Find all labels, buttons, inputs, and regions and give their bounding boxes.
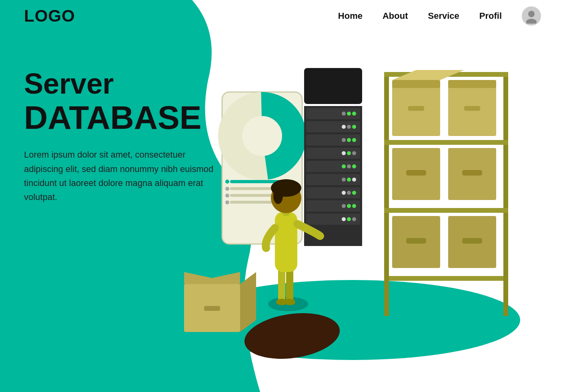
svg-rect-62 [384,72,389,280]
svg-point-37 [352,178,356,182]
svg-point-11 [225,187,229,191]
svg-rect-54 [286,268,293,302]
svg-rect-48 [306,214,360,225]
user-avatar[interactable] [522,6,541,26]
svg-rect-75 [464,106,480,111]
svg-point-50 [347,217,351,221]
dot-3[interactable] [62,356,74,368]
svg-rect-40 [306,187,360,198]
svg-rect-57 [275,212,297,272]
dot-1[interactable] [24,356,36,368]
svg-rect-32 [306,161,360,172]
svg-point-38 [347,178,351,182]
svg-point-23 [342,125,346,129]
navbar: LOGO Home About Service Profil [0,0,565,32]
svg-point-34 [347,164,351,168]
svg-point-0 [528,11,535,17]
svg-point-41 [352,191,356,195]
svg-rect-72 [408,106,424,111]
svg-point-39 [342,178,346,182]
svg-point-27 [342,138,346,142]
svg-rect-63 [503,72,508,280]
svg-rect-36 [306,174,360,185]
svg-rect-67 [384,276,508,281]
svg-point-35 [342,164,346,168]
svg-rect-83 [462,238,482,244]
nav-service[interactable]: Service [428,11,459,21]
svg-point-45 [352,204,356,208]
svg-rect-20 [306,121,360,132]
svg-point-46 [347,204,351,208]
svg-point-13 [225,200,229,204]
svg-rect-71 [392,80,440,88]
nav-links: Home About Service Profil [338,6,541,26]
svg-point-43 [342,191,346,195]
svg-rect-24 [306,134,360,146]
svg-point-61 [273,188,283,204]
svg-point-56 [284,299,295,305]
storage-shelf [384,70,508,316]
svg-point-29 [352,151,356,155]
svg-point-33 [352,164,356,168]
svg-rect-77 [406,170,426,176]
svg-rect-69 [503,276,508,316]
svg-rect-65 [384,140,508,145]
nav-about[interactable]: About [383,11,408,21]
svg-point-30 [347,151,351,155]
svg-rect-16 [306,108,360,119]
svg-point-42 [347,191,351,195]
svg-rect-44 [306,200,360,212]
svg-point-1 [526,19,537,24]
svg-point-26 [347,138,351,142]
svg-point-31 [342,151,346,155]
svg-point-47 [342,204,346,208]
server-rack [304,68,362,246]
svg-rect-9 [230,201,276,204]
avatar-icon [524,8,539,24]
svg-point-22 [347,125,351,129]
svg-rect-79 [462,170,482,176]
nav-home[interactable]: Home [338,11,363,21]
nav-profil[interactable]: Profil [479,11,502,21]
svg-point-25 [352,138,356,142]
svg-point-49 [352,217,356,221]
svg-point-12 [225,194,229,198]
svg-point-19 [342,112,346,116]
hero-description: Lorem ipsum dolor sit amet, consectetuer… [24,148,224,204]
svg-rect-53 [278,268,285,302]
svg-rect-74 [448,80,496,88]
logo: LOGO [24,6,75,26]
hero-text: Server DATABASE Lorem ipsum dolor sit am… [24,68,224,204]
svg-rect-28 [306,148,360,159]
svg-point-51 [342,217,346,221]
svg-rect-66 [384,208,508,213]
hero-title-database: DATABASE [24,100,224,136]
svg-rect-14 [304,68,362,104]
hero-title-server: Server [24,68,224,100]
svg-point-5 [244,118,280,154]
svg-point-17 [352,112,356,116]
dots-indicator [24,356,74,368]
svg-rect-85 [204,306,220,311]
svg-point-10 [225,180,229,184]
floor-box [184,272,256,332]
svg-rect-68 [384,276,389,316]
svg-point-18 [347,112,351,116]
svg-rect-81 [406,238,426,244]
svg-point-21 [352,125,356,129]
dot-2[interactable] [43,356,55,368]
